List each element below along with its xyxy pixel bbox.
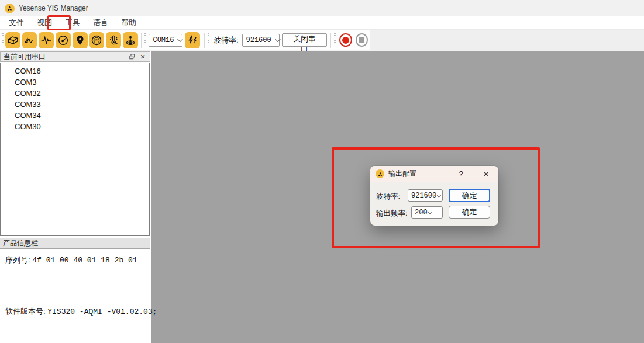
gauge-button[interactable] (56, 32, 71, 48)
dialog-rate-ok-button[interactable]: 确定 (449, 206, 490, 219)
gauge-icon (57, 34, 70, 47)
dialog-rate-value: 200 (415, 209, 428, 217)
baud-rate-select[interactable]: 921600 (242, 34, 280, 47)
serial-number-row: 序列号: 4f 01 00 40 01 18 2b 01 (5, 255, 137, 265)
output-config-dialog: 输出配置 ? ✕ 波特率: 921600 确定 输出频率: 200 确定 (370, 166, 498, 226)
chevron-down-icon (174, 36, 181, 44)
lightning-icon (186, 34, 199, 47)
gyro-button[interactable] (123, 32, 138, 48)
available-ports-list[interactable]: COM16 COM3 COM32 COM33 COM34 COM30 (0, 63, 150, 236)
dialog-rate-select[interactable]: 200 (411, 206, 443, 219)
dialog-rate-label: 输出频率: (376, 209, 407, 219)
app-logo-icon (5, 4, 15, 13)
port-list-item[interactable]: COM30 (1, 121, 149, 132)
menu-bar: 文件 视图 工具 语言 帮助 (0, 16, 644, 30)
chevron-down-icon (428, 209, 431, 217)
dock-title: 当前可用串口 (4, 52, 46, 62)
location-button[interactable] (73, 32, 88, 48)
port-list-item[interactable]: COM33 (1, 99, 149, 110)
record-dot-icon (342, 37, 349, 44)
waveform-button[interactable] (39, 32, 54, 48)
software-version-row: 软件版本号: YIS320 -AQMI -V01.02.03; (5, 306, 157, 317)
port-list-item[interactable]: COM16 (1, 65, 149, 77)
dock-float-button[interactable] (127, 53, 137, 61)
dialog-help-button[interactable]: ? (454, 166, 468, 182)
toolbar-separator (141, 33, 142, 48)
dialog-baud-ok-button[interactable]: 确定 (449, 189, 490, 202)
record-button[interactable] (339, 33, 352, 47)
toolbar-grip[interactable] (144, 33, 146, 47)
dialog-close-button[interactable]: ✕ (478, 166, 494, 182)
menu-tools[interactable]: 工具 (58, 16, 87, 29)
thermometer-icon (107, 34, 120, 47)
close-serial-port-button[interactable]: 关闭串口 (282, 33, 328, 47)
software-version-label: 软件版本号: (5, 307, 46, 316)
dock-header: 当前可用串口 ✕ (0, 51, 150, 62)
baud-rate-value: 921600 (246, 36, 271, 44)
app-window: Yesense YIS Manager 文件 视图 工具 语言 帮助 (0, 0, 644, 343)
dialog-title: 输出配置 (388, 169, 416, 179)
dialog-baud-label: 波特率: (376, 192, 400, 202)
stop-square-icon (359, 37, 364, 43)
port-select-value: COM16 (153, 36, 174, 44)
serial-number-label: 序列号: (5, 255, 30, 264)
toolbar-separator (330, 33, 331, 48)
toolbar-separator (204, 33, 205, 48)
product-info-header: 产品信息栏 (0, 238, 150, 249)
toolbar-grip[interactable] (208, 33, 209, 47)
menu-file[interactable]: 文件 (2, 16, 30, 29)
chevron-down-icon (271, 36, 279, 44)
port-select[interactable]: COM16 (149, 34, 182, 47)
gyro-joystick-icon (124, 34, 137, 47)
temperature-button[interactable] (106, 32, 121, 48)
dock-close-button[interactable]: ✕ (137, 53, 148, 61)
location-pin-icon (74, 34, 87, 47)
chevron-down-icon (436, 192, 440, 200)
dialog-logo-icon (376, 169, 384, 178)
window-title: Yesense YIS Manager (19, 4, 88, 12)
float-window-icon (129, 54, 135, 60)
menu-help[interactable]: 帮助 (115, 16, 143, 29)
toolbar: UTC (0, 30, 644, 50)
serial-ports-dock: 当前可用串口 ✕ COM16 COM3 COM32 COM33 COM34 CO… (0, 51, 151, 343)
dialog-baud-value: 921600 (411, 192, 436, 200)
refresh-ports-button[interactable] (185, 32, 200, 48)
angle-wave-icon (23, 34, 36, 47)
utc-clock-icon: UTC (90, 34, 103, 47)
menu-view[interactable]: 视图 (30, 16, 58, 29)
dialog-baud-select[interactable]: 921600 (408, 189, 443, 202)
toolbar-strip: UTC (0, 30, 370, 50)
port-list-item[interactable]: COM34 (1, 110, 149, 121)
svg-text:UTC: UTC (94, 39, 99, 41)
port-list-item[interactable]: COM32 (1, 88, 149, 99)
3d-view-button[interactable] (5, 32, 20, 48)
toolbar-grip[interactable] (2, 33, 4, 47)
cube-3d-icon (6, 34, 19, 47)
baud-rate-label: 波特率: (213, 35, 239, 46)
toolbar-grip[interactable] (334, 33, 336, 47)
stop-button[interactable] (356, 33, 368, 47)
angle-wave-button[interactable] (22, 32, 37, 48)
software-version-value: YIS320 -AQMI -V01.02.03; (47, 307, 157, 316)
title-bar: Yesense YIS Manager (0, 0, 644, 16)
pulse-waveform-icon (40, 34, 53, 47)
port-list-item[interactable]: COM3 (1, 77, 149, 88)
menu-language[interactable]: 语言 (87, 16, 115, 29)
utc-clock-button[interactable]: UTC (89, 32, 105, 48)
serial-number-value: 4f 01 00 40 01 18 2b 01 (32, 256, 137, 265)
